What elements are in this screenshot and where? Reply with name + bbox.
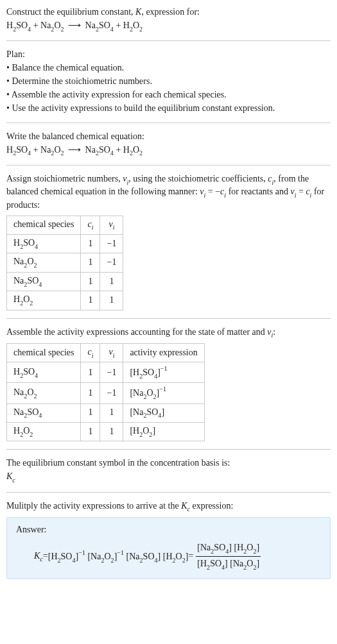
species-h2o2: H2O2 bbox=[123, 21, 143, 30]
table-row: H2SO4 1 −1 [H2SO4]−1 bbox=[7, 362, 205, 383]
prompt-text-b: , expression for: bbox=[141, 7, 200, 17]
kc-fraction: [Na2SO4] [H2O2] [H2SO4] [Na2O2] bbox=[196, 541, 261, 572]
col-vi: νi bbox=[100, 216, 123, 234]
table-header-row: chemical species ci νi bbox=[7, 216, 123, 234]
table-row: Na2O2 1 −1 bbox=[7, 253, 123, 272]
divider bbox=[6, 449, 331, 450]
divider bbox=[6, 318, 331, 319]
species-h2so4: H2SO4 bbox=[6, 21, 31, 30]
activity-table: chemical species ci νi activity expressi… bbox=[6, 343, 205, 441]
answer-box: Answer: Kc = [H2SO4]−1 [Na2O2]−1 [Na2SO4… bbox=[6, 517, 331, 579]
table-row: H2O2 1 1 [H2O2] bbox=[7, 422, 205, 441]
species-na2o2: Na2O2 bbox=[40, 21, 64, 30]
answer-label: Answer: bbox=[16, 524, 321, 536]
divider bbox=[6, 40, 331, 41]
balanced-equation: H2SO4 + Na2O2⟶Na2SO4 + H2O2 bbox=[6, 144, 331, 157]
divider bbox=[6, 123, 331, 123]
plan-item-4: • Use the activity expressions to build … bbox=[6, 103, 331, 115]
assemble-text: Assemble the activity expressions accoun… bbox=[6, 326, 331, 339]
prompt-line-1: Construct the equilibrium constant, K, e… bbox=[6, 6, 331, 19]
unbalanced-equation: H2SO4 + Na2O2⟶Na2SO4 + H2O2 bbox=[6, 20, 331, 33]
plan-item-3: • Assemble the activity expression for e… bbox=[6, 89, 331, 101]
prompt-K: K bbox=[135, 7, 141, 17]
plan-item-2: • Determine the stoichiometric numbers. bbox=[6, 76, 331, 88]
table-row: H2O2 1 1 bbox=[7, 291, 123, 310]
table-row: Na2O2 1 −1 [Na2O2]−1 bbox=[7, 383, 205, 403]
col-species: chemical species bbox=[7, 216, 81, 234]
multiply-text: Mulitply the activity expressions to arr… bbox=[6, 500, 331, 513]
prompt-text-a: Construct the equilibrium constant, bbox=[6, 7, 135, 17]
plan-item-1: • Balance the chemical equation. bbox=[6, 62, 331, 74]
stoichiometry-table: chemical species ci νi H2SO4 1 −1 Na2O2 … bbox=[6, 216, 123, 310]
balanced-label: Write the balanced chemical equation: bbox=[6, 131, 331, 143]
plan-title: Plan: bbox=[6, 49, 331, 61]
table-row: Na2SO4 1 1 bbox=[7, 272, 123, 291]
table-header-row: chemical species ci νi activity expressi… bbox=[7, 344, 205, 362]
divider bbox=[6, 492, 331, 493]
table-row: Na2SO4 1 1 [Na2SO4] bbox=[7, 403, 205, 422]
assign-text: Assign stoichiometric numbers, νi, using… bbox=[6, 173, 331, 212]
basis-text: The equilibrium constant symbol in the c… bbox=[6, 457, 331, 470]
table-row: H2SO4 1 −1 bbox=[7, 235, 123, 253]
reaction-arrow-icon: ⟶ bbox=[64, 21, 85, 30]
kc-expression: Kc = [H2SO4]−1 [Na2O2]−1 [Na2SO4] [H2O2]… bbox=[16, 541, 321, 572]
kc-symbol: Kc bbox=[6, 471, 331, 484]
col-ci: ci bbox=[81, 216, 100, 234]
species-na2so4: Na2SO4 bbox=[85, 21, 114, 30]
divider bbox=[6, 165, 331, 165]
